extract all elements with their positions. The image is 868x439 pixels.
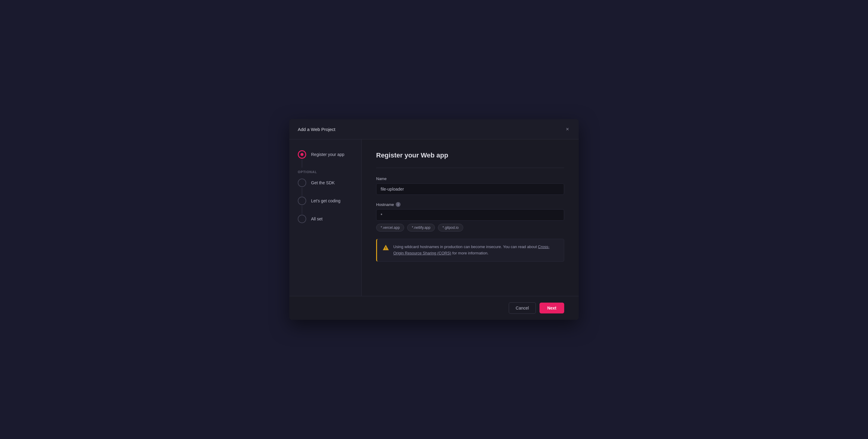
- step-label-sdk: Get the SDK: [311, 180, 335, 185]
- modal-title: Add a Web Project: [298, 127, 336, 132]
- hostname-label: Hostname i: [376, 202, 564, 207]
- step-label-allset: All set: [311, 216, 322, 221]
- name-label: Name: [376, 176, 564, 181]
- step-icon-coding: [298, 197, 306, 205]
- step-connector-3: [302, 206, 302, 214]
- chip-netlify[interactable]: *.netlify.app: [407, 224, 435, 232]
- name-input[interactable]: [376, 183, 564, 195]
- step-allset: All set: [298, 215, 353, 223]
- chip-gitpod[interactable]: *.gitpod.io: [438, 224, 463, 232]
- chip-vercel[interactable]: *.vercel.app: [376, 224, 404, 232]
- warning-message: Using wildcard hostnames in production c…: [393, 244, 558, 257]
- hostname-group: Hostname i *.vercel.app *.netlify.app *.…: [376, 202, 564, 232]
- warning-triangle-icon: !: [382, 244, 389, 251]
- name-group: Name: [376, 176, 564, 195]
- modal-header: Add a Web Project ×: [289, 119, 579, 139]
- svg-text:!: !: [385, 246, 386, 250]
- sidebar: Register your app OPTIONAL Get the SDK L…: [289, 139, 362, 296]
- close-button[interactable]: ×: [564, 125, 570, 133]
- warning-box: ! Using wildcard hostnames in production…: [376, 239, 564, 262]
- step-connector-1: [302, 159, 302, 168]
- cancel-button[interactable]: Cancel: [509, 302, 536, 314]
- main-content: Register your Web app Name Hostname i *.…: [362, 139, 579, 296]
- hostname-info-icon[interactable]: i: [396, 202, 401, 207]
- step-coding: Let's get coding: [298, 197, 353, 205]
- step-icon-allset: [298, 215, 306, 223]
- step-icon-register: [298, 150, 306, 159]
- hostname-input[interactable]: [376, 209, 564, 221]
- modal: Add a Web Project × Register your app OP…: [289, 119, 579, 320]
- next-button[interactable]: Next: [539, 303, 564, 313]
- step-sdk: Get the SDK: [298, 178, 353, 187]
- step-icon-sdk: [298, 178, 306, 187]
- step-label-register: Register your app: [311, 152, 344, 157]
- step-label-coding: Let's get coding: [311, 198, 341, 203]
- form-divider: [376, 168, 564, 168]
- hostname-chips: *.vercel.app *.netlify.app *.gitpod.io: [376, 224, 564, 232]
- optional-section-label: OPTIONAL: [298, 170, 353, 174]
- step-register: Register your app: [298, 150, 353, 159]
- modal-body: Register your app OPTIONAL Get the SDK L…: [289, 139, 579, 296]
- step-connector-2: [302, 188, 302, 196]
- modal-footer: Cancel Next: [289, 296, 579, 320]
- form-title: Register your Web app: [376, 151, 564, 159]
